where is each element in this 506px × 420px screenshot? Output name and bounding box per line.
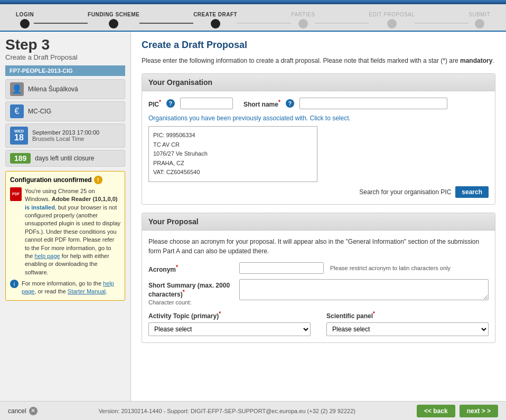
config-label: Configuration unconfirmed — [10, 176, 92, 184]
step-create-dot — [211, 19, 220, 28]
acronym-row: Acronym* Please restrict acronym to lati… — [148, 262, 489, 274]
info-row: i For more information, go to the help p… — [10, 280, 120, 296]
org-section-body: PIC* ? Short name* ? Organisations you h… — [142, 91, 495, 204]
pdf-icon: PDF — [10, 187, 22, 201]
user-icon: 👤 — [10, 82, 24, 96]
step-edit-label: EDIT PROPOSAL — [369, 12, 415, 17]
activity-topic-col: Activity Topic (primary)* Please select — [148, 311, 311, 336]
step-create: CREATE DRAFT — [193, 12, 237, 31]
scientific-select[interactable]: Please select — [326, 322, 489, 336]
step-parties: PARTIES — [291, 12, 315, 31]
step-submit: SUBMIT — [468, 12, 490, 31]
version-text: Version: 20130214-1440 - Support: DIGIT-… — [99, 408, 355, 414]
org-line2: TC AV CR — [153, 140, 313, 150]
intro-text: Please enter the following information t… — [142, 56, 495, 65]
summary-row: Short Summary (max. 2000 characters)* Ch… — [148, 279, 489, 306]
org-section-header: Your Organisation — [142, 74, 495, 91]
pic-help-icon[interactable]: ? — [166, 99, 175, 108]
org-assoc-text: Organisations you have been previously a… — [148, 114, 489, 122]
step-connector-4 — [315, 23, 369, 24]
days-badge: 189 — [10, 153, 31, 164]
nav-buttons: << back next > > — [417, 405, 498, 417]
step-connector-5 — [415, 23, 468, 24]
step-number: Step 3 — [5, 37, 125, 53]
grant-item: € MC-CIG — [5, 101, 125, 121]
summary-label: Short Summary (max. 2000 characters)* — [148, 282, 230, 298]
step-connector-2 — [139, 23, 193, 24]
progress-bar: LOGIN FUNDING SCHEME CREATE DRAFT PARTIE… — [0, 4, 506, 32]
cancel-label: cancel — [8, 407, 26, 415]
pic-row: PIC* ? Short name* ? — [148, 98, 489, 109]
step-parties-label: PARTIES — [291, 12, 315, 17]
proposal-intro: Please choose an acronym for your propos… — [148, 237, 489, 256]
config-box: Configuration unconfirmed ! PDF You're u… — [5, 171, 125, 301]
step-funding-label: FUNDING SCHEME — [88, 12, 139, 17]
next-button[interactable]: next > > — [460, 405, 498, 417]
step-funding: FUNDING SCHEME — [88, 12, 139, 31]
warning-icon: ! — [94, 176, 102, 184]
grant-name: MC-CIG — [28, 108, 51, 115]
acronym-input[interactable] — [239, 262, 324, 274]
date-sub: Brussels Local Time — [32, 136, 99, 142]
search-row: Search for your organisation PIC search — [148, 186, 489, 198]
step-login-dot — [20, 19, 30, 28]
org-section: Your Organisation PIC* ? Short name* ? — [142, 73, 495, 205]
program-label: FP7-PEOPLE-2013-CIG — [5, 65, 125, 76]
shortname-input[interactable] — [299, 98, 447, 109]
step-parties-dot — [298, 19, 308, 28]
date-text: September 2013 17:00:00 — [32, 129, 99, 136]
shortname-label: Short name* — [243, 99, 280, 108]
step-title: Create a Draft Proposal — [5, 53, 125, 61]
step-connector-3 — [237, 23, 291, 24]
char-count-label: Character count: — [148, 299, 233, 306]
proposal-section: Your Proposal Please choose an acronym f… — [142, 213, 495, 343]
back-button[interactable]: << back — [417, 405, 455, 417]
cancel-button[interactable]: cancel ✕ — [8, 407, 38, 415]
info-text: For more information, go to the help pag… — [22, 280, 120, 296]
pic-input[interactable] — [180, 98, 233, 109]
scientific-panel-col: Scientific panel* Please select — [326, 311, 489, 336]
step-submit-label: SUBMIT — [468, 12, 490, 17]
page-title: Create a Draft Proposal — [142, 40, 495, 51]
search-button[interactable]: search — [455, 186, 489, 198]
step-submit-dot — [475, 19, 484, 28]
days-item: 189 days left until closure — [5, 150, 125, 167]
step-edit-dot — [387, 19, 397, 28]
config-text: You're using Chrome 25 on Windows. Adobe… — [25, 187, 120, 276]
days-label: days left until closure — [35, 155, 94, 162]
topic-scientific-row: Activity Topic (primary)* Please select … — [148, 311, 489, 336]
config-title: Configuration unconfirmed ! — [10, 176, 120, 184]
user-name: Milena Šupálková — [28, 85, 78, 93]
sidebar: Step 3 Create a Draft Proposal FP7-PEOPL… — [0, 32, 131, 401]
shortname-help-icon[interactable]: ? — [286, 99, 294, 108]
step-login: LOGIN — [16, 12, 34, 31]
grant-icon: € — [10, 104, 24, 118]
acronym-label: Acronym* — [148, 266, 178, 273]
org-line1: PIC: 999506334 — [153, 131, 313, 140]
activity-select[interactable]: Please select — [148, 322, 311, 336]
calendar-icon: WED 18 — [10, 127, 28, 145]
user-item: 👤 Milena Šupálková — [5, 79, 125, 99]
search-label: Search for your organisation PIC — [359, 188, 451, 196]
pic-label: PIC* — [148, 99, 161, 108]
org-line3: 1076/27 Ve Struhach — [153, 149, 313, 159]
content-area: Create a Draft Proposal Please enter the… — [131, 32, 506, 401]
org-line5: VAT: CZ60456540 — [153, 168, 313, 177]
info-icon: i — [10, 280, 18, 288]
step-create-label: CREATE DRAFT — [193, 12, 237, 17]
scientific-label: Scientific panel* — [326, 311, 489, 320]
step-connector-1 — [34, 23, 88, 24]
proposal-section-body: Please choose an acronym for your propos… — [142, 231, 495, 342]
step-login-label: LOGIN — [16, 12, 34, 17]
org-line4: PRAHA, CZ — [153, 159, 313, 168]
starter-manual-link[interactable]: Starter Manual — [68, 288, 106, 294]
step-edit: EDIT PROPOSAL — [369, 12, 415, 31]
acronym-note: Please restrict acronym to latin charact… — [330, 262, 451, 271]
config-help-link[interactable]: help page — [34, 253, 60, 259]
bottom-bar: cancel ✕ Version: 20130214-1440 - Suppor… — [0, 401, 506, 420]
activity-label: Activity Topic (primary)* — [148, 311, 311, 320]
proposal-section-header: Your Proposal — [142, 213, 495, 231]
org-detail-box[interactable]: PIC: 999506334 TC AV CR 1076/27 Ve Struh… — [148, 126, 317, 182]
summary-input[interactable] — [239, 279, 489, 300]
step-funding-dot — [109, 19, 118, 28]
